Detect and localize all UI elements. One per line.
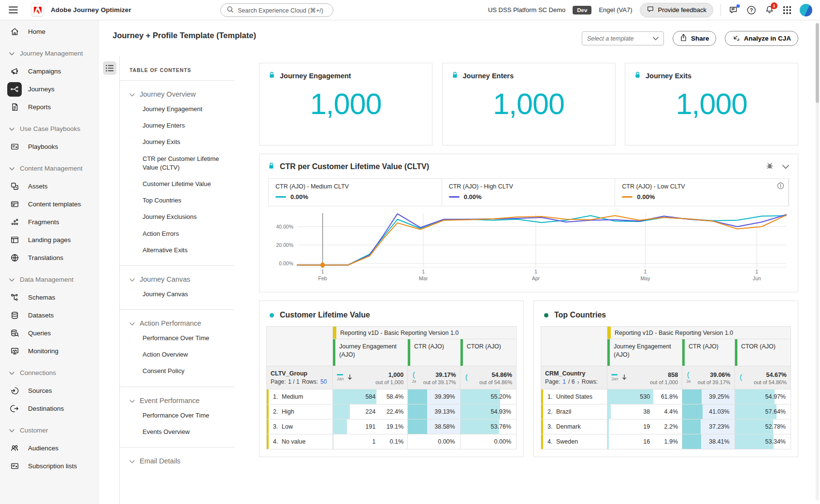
help-icon[interactable]: ? xyxy=(746,5,757,15)
chevron-down-icon xyxy=(653,35,659,42)
table-row[interactable]: 4.No value 10.1% 0.00% 0.00% xyxy=(267,434,517,449)
ctor-cell: 57.64% xyxy=(734,404,791,419)
sidebar-item-journeys[interactable]: Journeys xyxy=(0,80,98,98)
ctor-cell: 53.76% xyxy=(460,419,516,434)
info-icon[interactable] xyxy=(777,182,784,191)
sidebar-item-queries[interactable]: Queries xyxy=(0,324,98,342)
yellow-row-bar xyxy=(267,389,269,404)
search-input[interactable]: Search Experience Cloud (⌘+/) xyxy=(220,3,333,17)
vertical-scrollbar[interactable] xyxy=(816,22,819,501)
share-button[interactable]: Share xyxy=(673,31,717,46)
sidebar-item-reports[interactable]: Reports xyxy=(0,98,98,116)
toc-item[interactable]: Performance Over Time xyxy=(129,330,234,346)
user-avatar[interactable] xyxy=(800,4,812,16)
search-icon xyxy=(227,6,234,14)
sidebar-section-content-management[interactable]: Content Management xyxy=(0,159,98,177)
toc-item[interactable]: Journey Enters xyxy=(129,117,234,134)
environment-badge[interactable]: Dev xyxy=(573,6,591,14)
template-select[interactable]: Select a template xyxy=(582,31,664,45)
table-row[interactable]: 3.Low 19119.1% 38.58% 53.76% xyxy=(267,419,517,434)
notifications-bell-icon[interactable]: 1 xyxy=(764,5,775,15)
toc-section-header-journey-overview[interactable]: Journey Overview xyxy=(129,88,234,101)
sidebar-section-use-case-playbooks[interactable]: Use Case Playbooks xyxy=(0,120,98,138)
ctor-cell: 54.93% xyxy=(460,404,516,419)
micro-sparkline: Jan xyxy=(611,374,619,381)
column-header[interactable]: Journey Engagement (AJO) xyxy=(333,339,408,366)
ctr-line-chart-svg: 0.00%20.00%40.00%1Feb1Mar1Apr1May1Jun xyxy=(268,209,790,283)
toc-item[interactable]: Top Countries xyxy=(129,192,234,209)
legend-entry-2[interactable]: CTR (AJO) - Low CLTV 0.00% xyxy=(615,179,789,206)
app-switcher-icon[interactable] xyxy=(782,5,792,15)
line-chart[interactable]: 0.00%20.00%40.00%1Feb1Mar1Apr1May1Jun xyxy=(268,206,789,285)
toc-section-header-event-performance[interactable]: Event Performance xyxy=(129,395,234,407)
table-row[interactable]: 2.High 22422.4% 39.13% 54.93% xyxy=(267,404,517,419)
sidebar-item-landing-pages[interactable]: Landing pages xyxy=(0,231,98,249)
ctr-cell: 38.58% xyxy=(408,419,460,434)
toc-section-header-email-details[interactable]: Email Details xyxy=(129,455,234,468)
sidebar-item-destinations[interactable]: Destinations xyxy=(0,400,98,418)
analyze-in-cja-button[interactable]: Analyze in CJA xyxy=(725,31,798,46)
top-countries-card: Top Countries Reporting v1D - Basic Repo… xyxy=(533,301,798,457)
toc-item[interactable]: Journey Exits xyxy=(129,134,234,150)
column-header[interactable]: Journey Engagement (AJO) xyxy=(607,339,682,366)
lock-icon xyxy=(452,72,458,80)
sidebar-item-monitoring[interactable]: Monitoring xyxy=(0,342,98,360)
sort-descending-icon[interactable] xyxy=(347,374,353,382)
adobe-logo[interactable] xyxy=(31,3,44,16)
toc-item[interactable]: CTR per Customer Lifetime Value (CLTV) xyxy=(129,151,234,176)
toc-toggle-button[interactable] xyxy=(103,61,116,75)
provide-feedback-button[interactable]: Provide feedback xyxy=(640,3,713,17)
sidebar-item-subscription-lists[interactable]: Subscription lists xyxy=(0,457,98,475)
toc-item[interactable]: Journey Engagement xyxy=(129,101,234,117)
toc-section-header-action-performance[interactable]: Action Performance xyxy=(129,317,234,330)
toc-item[interactable]: Journey Exclusions xyxy=(129,209,234,225)
legend-entry-1[interactable]: CTR (AJO) - High CLTV 0.00% xyxy=(442,179,616,206)
toc-item[interactable]: Journey Canvas xyxy=(129,286,234,302)
sandbox-name[interactable]: Engel (VA7) xyxy=(599,6,632,14)
sidebar-item-audiences[interactable]: Audiences xyxy=(0,439,98,457)
sidebar-item-playbooks[interactable]: Playbooks xyxy=(0,138,98,156)
sidebar-item-datasets[interactable]: Datasets xyxy=(0,306,98,324)
sort-descending-icon[interactable] xyxy=(621,374,627,382)
toc-item[interactable]: Alternative Exits xyxy=(129,242,234,259)
scrollbar-thumb[interactable] xyxy=(816,23,819,103)
sidebar-section-customer[interactable]: Customer xyxy=(0,421,98,439)
toc-section-header-journey-canvas[interactable]: Journey Canvas xyxy=(129,274,234,286)
sidebar-section-connections[interactable]: Connections xyxy=(0,364,98,382)
toc-item[interactable]: Performance Over Time xyxy=(129,407,234,424)
table-row[interactable]: 3.Denmark 192.2% 37.23% 52.78% xyxy=(541,419,791,434)
debug-bug-icon[interactable] xyxy=(765,161,774,172)
table-row[interactable]: 4.Sweden 161.9% 38.41% 53.34% xyxy=(541,434,791,449)
yellow-row-bar xyxy=(541,404,543,419)
sidebar-item-content-templates[interactable]: Content templates xyxy=(0,195,98,213)
toc-item[interactable]: Action Errors xyxy=(129,226,234,242)
column-header[interactable]: CTOR (AJO) xyxy=(460,339,516,366)
collapse-chevron-icon[interactable] xyxy=(782,162,789,171)
org-name[interactable]: US DSS Platform SC Demo xyxy=(488,6,565,14)
sidebar-item-campaigns[interactable]: Campaigns xyxy=(0,62,98,80)
sidebar-item-home[interactable]: Home xyxy=(0,23,98,41)
table-row[interactable]: 1.Medium 58458.4% 39.39% 55.20% xyxy=(267,389,517,404)
column-header[interactable]: CTR (AJO) xyxy=(682,339,735,366)
summary-cell: 54.67%out of 54.86% xyxy=(734,366,791,389)
sidebar-section-data-management[interactable]: Data Management xyxy=(0,271,98,288)
sidebar-item-schemas[interactable]: Schemas xyxy=(0,288,98,306)
sidebar-item-assets[interactable]: Assets xyxy=(0,177,98,195)
translations-icon xyxy=(7,251,22,265)
sidebar-item-fragments[interactable]: Fragments xyxy=(0,213,98,231)
assistant-icon[interactable] xyxy=(728,5,739,15)
column-header[interactable]: CTR (AJO) xyxy=(408,339,460,366)
hamburger-menu-icon[interactable] xyxy=(8,5,18,15)
sidebar-item-sources[interactable]: Sources xyxy=(0,382,98,400)
toc-item[interactable]: Consent Policy xyxy=(129,363,234,379)
legend-entry-0[interactable]: CTR (AJO) - Medium CLTV 0.00% xyxy=(269,179,442,206)
sidebar-item-translations[interactable]: Translations xyxy=(0,249,98,267)
toc-item[interactable]: Events Overview xyxy=(129,424,234,440)
table-row[interactable]: 2.Brazil 384.4% 41.03% 57.64% xyxy=(541,404,791,419)
monitoring-icon xyxy=(7,344,22,359)
column-header[interactable]: CTOR (AJO) xyxy=(734,339,791,366)
toc-item[interactable]: Customer Lifetime Value xyxy=(129,176,234,192)
table-row[interactable]: 1.United States 53061.8% 39.25% 54.97% xyxy=(541,389,791,404)
toc-item[interactable]: Action Overview xyxy=(129,346,234,363)
sidebar-section-journey-management[interactable]: Journey Management xyxy=(0,44,98,62)
